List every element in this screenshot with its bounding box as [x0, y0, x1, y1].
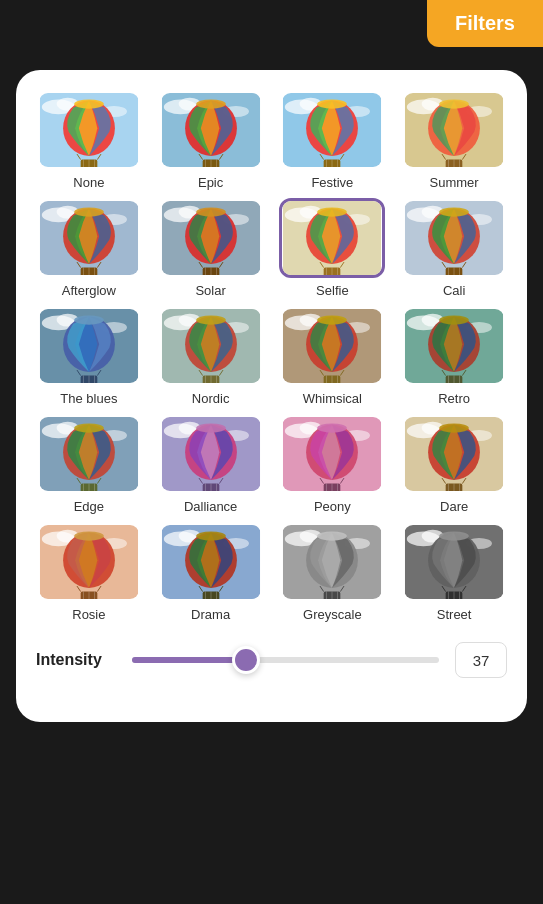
filter-thumb-theblues — [36, 306, 142, 386]
svg-point-41 — [439, 99, 469, 108]
svg-point-173 — [318, 423, 348, 432]
filter-thumb-cali — [401, 198, 507, 278]
svg-point-65 — [196, 207, 226, 216]
filter-thumb-dare — [401, 414, 507, 494]
filter-item-nordic[interactable]: Nordic — [154, 306, 268, 406]
intensity-number: 37 — [473, 652, 490, 669]
filter-label-nordic: Nordic — [192, 391, 230, 406]
intensity-row: Intensity 37 — [32, 642, 511, 678]
filters-tab-label: Filters — [455, 12, 515, 34]
filter-item-whimsical[interactable]: Whimsical — [276, 306, 390, 406]
svg-point-149 — [74, 423, 104, 432]
filter-label-afterglow: Afterglow — [62, 283, 116, 298]
filter-thumb-nordic — [158, 306, 264, 386]
filters-tab[interactable]: Filters — [427, 0, 543, 47]
filter-label-selfie: Selfie — [316, 283, 349, 298]
filter-thumb-greyscale — [279, 522, 385, 602]
filter-thumb-rosie — [36, 522, 142, 602]
filter-item-rosie[interactable]: Rosie — [32, 522, 146, 622]
svg-point-125 — [318, 315, 348, 324]
svg-point-161 — [196, 423, 226, 432]
filter-thumb-dalliance — [158, 414, 264, 494]
filter-item-street[interactable]: Street — [397, 522, 511, 622]
filter-label-none: None — [73, 175, 104, 190]
filter-item-dalliance[interactable]: Dalliance — [154, 414, 268, 514]
filter-label-cali: Cali — [443, 283, 465, 298]
filter-thumb-retro — [401, 306, 507, 386]
filter-thumb-whimsical — [279, 306, 385, 386]
svg-point-5 — [74, 99, 104, 108]
phone-container: Filters None — [0, 0, 543, 904]
filter-label-retro: Retro — [438, 391, 470, 406]
slider-thumb[interactable] — [232, 646, 260, 674]
svg-point-29 — [318, 99, 348, 108]
svg-point-221 — [318, 531, 348, 540]
svg-point-197 — [74, 531, 104, 540]
svg-point-77 — [318, 207, 348, 216]
filter-item-cali[interactable]: Cali — [397, 198, 511, 298]
filter-thumb-peony — [279, 414, 385, 494]
filter-item-solar[interactable]: Solar — [154, 198, 268, 298]
main-card: None Epic — [16, 70, 527, 722]
filter-item-edge[interactable]: Edge — [32, 414, 146, 514]
filter-item-dare[interactable]: Dare — [397, 414, 511, 514]
filter-thumb-epic — [158, 90, 264, 170]
filter-item-theblues[interactable]: The blues — [32, 306, 146, 406]
filter-item-retro[interactable]: Retro — [397, 306, 511, 406]
filter-thumb-afterglow — [36, 198, 142, 278]
filter-label-theblues: The blues — [60, 391, 117, 406]
svg-point-113 — [196, 315, 226, 324]
svg-point-89 — [439, 207, 469, 216]
filter-thumb-none — [36, 90, 142, 170]
filter-thumb-summer — [401, 90, 507, 170]
svg-point-101 — [74, 315, 104, 324]
filter-label-greyscale: Greyscale — [303, 607, 362, 622]
filter-label-edge: Edge — [74, 499, 104, 514]
filter-label-festive: Festive — [311, 175, 353, 190]
filter-item-festive[interactable]: Festive — [276, 90, 390, 190]
filter-grid: None Epic — [32, 90, 511, 622]
svg-point-185 — [439, 423, 469, 432]
filter-item-summer[interactable]: Summer — [397, 90, 511, 190]
filter-label-epic: Epic — [198, 175, 223, 190]
filter-item-afterglow[interactable]: Afterglow — [32, 198, 146, 298]
filter-label-dare: Dare — [440, 499, 468, 514]
svg-point-137 — [439, 315, 469, 324]
svg-point-53 — [74, 207, 104, 216]
filter-item-drama[interactable]: Drama — [154, 522, 268, 622]
filter-item-epic[interactable]: Epic — [154, 90, 268, 190]
intensity-value: 37 — [455, 642, 507, 678]
filter-label-drama: Drama — [191, 607, 230, 622]
filter-thumb-drama — [158, 522, 264, 602]
filter-item-peony[interactable]: Peony — [276, 414, 390, 514]
filter-label-dalliance: Dalliance — [184, 499, 237, 514]
svg-point-233 — [439, 531, 469, 540]
intensity-slider-container[interactable] — [132, 657, 439, 663]
svg-point-209 — [196, 531, 226, 540]
slider-fill — [132, 657, 246, 663]
filter-thumb-street — [401, 522, 507, 602]
filter-item-none[interactable]: None — [32, 90, 146, 190]
filter-label-summer: Summer — [430, 175, 479, 190]
filter-thumb-selfie — [279, 198, 385, 278]
filter-item-greyscale[interactable]: Greyscale — [276, 522, 390, 622]
filter-label-peony: Peony — [314, 499, 351, 514]
filter-label-street: Street — [437, 607, 472, 622]
filter-thumb-solar — [158, 198, 264, 278]
intensity-label: Intensity — [36, 651, 116, 669]
filter-thumb-festive — [279, 90, 385, 170]
filter-label-rosie: Rosie — [72, 607, 105, 622]
slider-track — [132, 657, 439, 663]
filter-thumb-edge — [36, 414, 142, 494]
filter-label-solar: Solar — [195, 283, 225, 298]
filter-label-whimsical: Whimsical — [303, 391, 362, 406]
svg-point-17 — [196, 99, 226, 108]
filter-item-selfie[interactable]: Selfie — [276, 198, 390, 298]
